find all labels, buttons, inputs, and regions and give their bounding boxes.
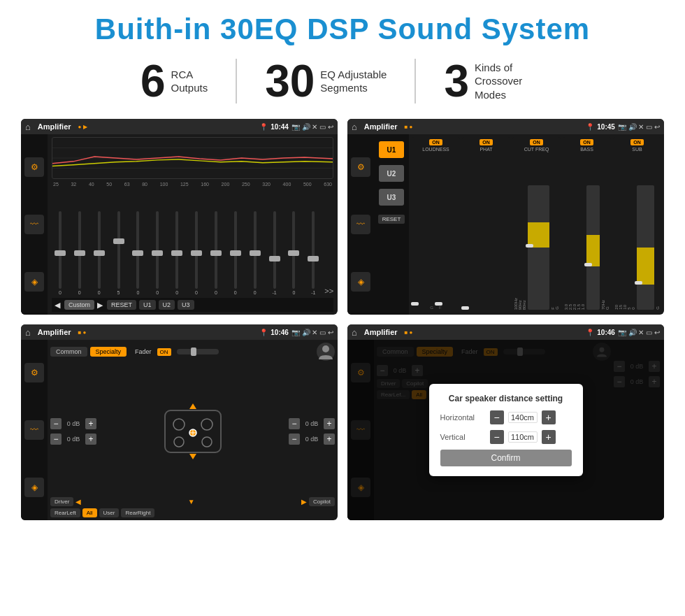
amp-home-icon[interactable]: ⌂ [352, 122, 357, 132]
db-plus-4[interactable]: + [324, 434, 335, 445]
amp-reset-btn[interactable]: RESET [378, 215, 405, 224]
db-minus-3[interactable]: − [289, 418, 300, 429]
spk-sidebar-btn-2[interactable]: 〰 [24, 420, 44, 440]
rearleft-btn[interactable]: RearLeft [50, 508, 80, 517]
db-plus-2[interactable]: + [85, 434, 96, 445]
eq-sidebar-btn-2[interactable]: 〰 [24, 215, 44, 234]
user-avatar [317, 343, 335, 361]
eq-slider-5[interactable]: 0 [130, 211, 147, 295]
horizontal-value: 140cm [508, 412, 538, 423]
amp-sidebar-btn-3[interactable]: ◈ [351, 272, 370, 292]
spk-db-row-1: − 0 dB + [50, 418, 96, 429]
freq-630: 630 [324, 182, 332, 187]
driver-btn[interactable]: Driver [50, 497, 73, 506]
freq-160: 160 [201, 182, 209, 187]
eq-slider-9[interactable]: 0 [208, 211, 224, 295]
db-minus-4[interactable]: − [289, 434, 300, 445]
eq-u3-btn[interactable]: U3 [178, 300, 194, 310]
sub-on[interactable]: ON [630, 139, 644, 145]
freq-80: 80 [142, 182, 147, 187]
eq-slider-14[interactable]: -1 [305, 211, 322, 295]
all-btn[interactable]: All [82, 508, 97, 517]
fader-label: Fader [135, 348, 152, 355]
spk-content: ⚙ 〰 ◈ Common Specialty Fader ON [21, 340, 338, 520]
dialog-title: Car speaker distance setting [440, 394, 572, 403]
copilot-btn[interactable]: Copilot [309, 497, 335, 506]
loudness-label: LOUDNESS [422, 147, 449, 152]
u1-button[interactable]: U1 [379, 141, 404, 158]
screens-grid: ⌂ Amplifier ● ▶ 📍 10:44 📷 🔊 ✕ ▭ ↩ ⚙ 〰 ◈ [21, 119, 664, 520]
fader-slider[interactable] [177, 349, 219, 354]
eq-slider-7[interactable]: 0 [168, 211, 185, 295]
amp-status-right: 📍 10:45 📷 🔊 ✕ ▭ ↩ [586, 123, 660, 131]
common-tab[interactable]: Common [50, 347, 87, 357]
eq-slider-13[interactable]: 0 [286, 211, 303, 295]
screen-eq: ⌂ Amplifier ● ▶ 📍 10:44 📷 🔊 ✕ ▭ ↩ ⚙ 〰 ◈ [21, 119, 338, 315]
eq-slider-11[interactable]: 0 [247, 211, 264, 295]
eq-slider-2[interactable]: 0 [71, 211, 88, 295]
dlg-home-icon[interactable]: ⌂ [352, 327, 357, 338]
eq-slider-6[interactable]: 0 [149, 211, 166, 295]
cutfreq-on[interactable]: ON [530, 139, 543, 145]
svg-point-5 [173, 419, 185, 430]
horizontal-plus[interactable]: + [542, 410, 556, 424]
eq-sidebar-btn-3[interactable]: ◈ [24, 272, 44, 292]
spk-home-icon[interactable]: ⌂ [25, 327, 31, 338]
next-arrow[interactable]: ▶ [97, 301, 103, 310]
eq-slider-8[interactable]: 0 [188, 211, 205, 295]
stat-crossover: 3 Kinds ofCrossover Modes [416, 59, 572, 103]
eq-slider-4[interactable]: 5 [110, 211, 127, 295]
horizontal-minus[interactable]: − [490, 410, 504, 424]
eq-reset-btn[interactable]: RESET [107, 300, 136, 310]
eq-content: ⚙ 〰 ◈ [21, 134, 338, 315]
eq-slider-12[interactable]: -1 [266, 211, 283, 295]
spk-time: 10:46 [271, 329, 289, 336]
amp-controls-row: ON LOUDNESS [412, 137, 661, 312]
prev-arrow[interactable]: ◀ [55, 301, 60, 310]
spk-right-controls: − 0 dB + − 0 dB + [289, 365, 335, 497]
expand-arrows[interactable]: >> [324, 287, 333, 295]
db-minus-1[interactable]: − [50, 418, 62, 429]
loudness-on[interactable]: ON [429, 139, 442, 145]
eq-slider-3[interactable]: 0 [91, 211, 108, 295]
eq-slider-1[interactable]: 0 [52, 211, 68, 295]
freq-40: 40 [89, 182, 94, 187]
spk-left-controls: − 0 dB + − 0 dB + [50, 365, 96, 497]
bass-on[interactable]: ON [580, 139, 593, 145]
db-plus-1[interactable]: + [85, 418, 96, 429]
specialty-tab[interactable]: Specialty [90, 347, 127, 357]
confirm-button[interactable]: Confirm [440, 450, 572, 466]
down-arrow[interactable]: ▼ [188, 498, 195, 506]
left-arrow[interactable]: ◀ [75, 498, 81, 506]
eq-screen-title: Amplifier [38, 122, 71, 131]
stat-number-eq: 30 [265, 59, 315, 103]
eq-sidebar-btn-1[interactable]: ⚙ [24, 157, 44, 177]
phat-on[interactable]: ON [480, 139, 493, 145]
amp-sidebar-btn-1[interactable]: ⚙ [351, 157, 370, 177]
eq-u1-btn[interactable]: U1 [139, 300, 156, 310]
db-minus-2[interactable]: − [50, 434, 62, 445]
cutfreq-label: CUT FREQ [524, 147, 549, 152]
freq-32: 32 [71, 182, 76, 187]
rearright-btn[interactable]: RearRight [121, 508, 154, 517]
eq-u2-btn[interactable]: U2 [159, 300, 175, 310]
sub-label: SUB [632, 147, 642, 152]
dlg-time: 10:46 [597, 329, 615, 336]
amp-sidebar-btn-2[interactable]: 〰 [351, 215, 370, 234]
home-icon[interactable]: ⌂ [25, 122, 31, 132]
vertical-minus[interactable]: − [490, 430, 504, 444]
fader-on-btn[interactable]: ON [157, 348, 171, 356]
eq-slider-10[interactable]: 0 [227, 211, 244, 295]
vertical-label: Vertical [440, 433, 486, 441]
vertical-plus[interactable]: + [542, 430, 556, 444]
db-plus-3[interactable]: + [324, 418, 335, 429]
spk-sidebar-btn-3[interactable]: ◈ [24, 478, 44, 497]
u2-button[interactable]: U2 [379, 165, 404, 182]
eq-freq-labels: 25 32 40 50 63 80 100 125 160 200 250 32… [52, 182, 333, 187]
u3-button[interactable]: U3 [379, 189, 404, 206]
right-arrow[interactable]: ▶ [301, 498, 307, 506]
eq-custom-btn[interactable]: Custom [64, 300, 94, 310]
spk-sidebar-btn-1[interactable]: ⚙ [24, 363, 44, 382]
user-btn[interactable]: User [99, 508, 120, 517]
spk-screen-title: Amplifier [38, 328, 71, 336]
